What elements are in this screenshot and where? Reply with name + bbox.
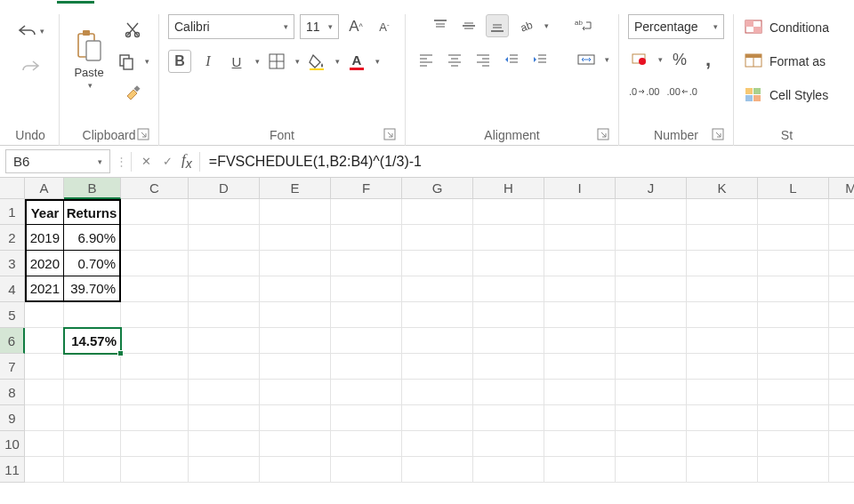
decrease-indent-button[interactable] — [500, 48, 523, 71]
cell-K8[interactable] — [687, 380, 758, 405]
cell-A4[interactable]: 2021 — [25, 276, 64, 302]
cell-E11[interactable] — [260, 457, 331, 483]
cell-I7[interactable] — [544, 354, 616, 380]
cell-J11[interactable] — [616, 457, 687, 483]
cell-H6[interactable] — [473, 328, 544, 354]
cell-M5[interactable] — [829, 302, 854, 328]
cell-A6[interactable] — [25, 328, 64, 354]
cell-J7[interactable] — [616, 354, 687, 380]
row-header-8[interactable]: 8 — [0, 380, 25, 405]
cell-B3[interactable]: 0.70% — [64, 251, 121, 276]
tab-insert[interactable]: Insert — [114, 0, 149, 4]
font-color-button[interactable]: A — [345, 50, 368, 73]
cell-D3[interactable] — [189, 251, 260, 276]
cell-M9[interactable] — [829, 405, 854, 431]
cell-L9[interactable] — [758, 405, 829, 431]
cell-C11[interactable] — [121, 457, 189, 483]
row-header-4[interactable]: 4 — [0, 276, 25, 302]
cell-E7[interactable] — [260, 354, 331, 380]
cell-C5[interactable] — [121, 302, 189, 328]
col-header-A[interactable]: A — [25, 178, 64, 199]
cell-M1[interactable] — [829, 199, 854, 225]
orientation-button[interactable]: ab — [514, 14, 537, 37]
cell-M2[interactable] — [829, 225, 854, 251]
cell-D4[interactable] — [189, 276, 260, 302]
cell-G11[interactable] — [402, 457, 473, 483]
cell-A2[interactable]: 2019 — [25, 225, 64, 251]
tab-review[interactable]: Review — [398, 0, 444, 4]
cell-H8[interactable] — [473, 380, 544, 405]
cell-D8[interactable] — [189, 380, 260, 405]
cell-K6[interactable] — [687, 328, 758, 354]
cell-L10[interactable] — [758, 431, 829, 457]
tab-help[interactable]: Help — [514, 0, 544, 4]
cell-H2[interactable] — [473, 225, 544, 251]
borders-button[interactable] — [265, 50, 288, 73]
align-top-button[interactable] — [429, 14, 452, 37]
enter-formula-button[interactable]: ✓ — [157, 151, 178, 172]
fill-color-button[interactable] — [305, 50, 328, 73]
cell-C2[interactable] — [121, 225, 189, 251]
row-header-5[interactable]: 5 — [0, 302, 25, 328]
cell-E5[interactable] — [260, 302, 331, 328]
cell-L4[interactable] — [758, 276, 829, 302]
cell-L6[interactable] — [758, 328, 829, 354]
cell-D11[interactable] — [189, 457, 260, 483]
cell-A1[interactable]: Year — [25, 199, 64, 225]
cell-F11[interactable] — [331, 457, 402, 483]
accounting-format-button[interactable] — [628, 48, 651, 71]
cell-B6[interactable]: 14.57% — [64, 328, 121, 354]
cell-I9[interactable] — [544, 405, 616, 431]
cell-D10[interactable] — [189, 431, 260, 457]
cell-L2[interactable] — [758, 225, 829, 251]
row-header-11[interactable]: 11 — [0, 457, 25, 483]
cell-I6[interactable] — [544, 328, 616, 354]
spreadsheet-grid[interactable]: ABCDEFGHIJKLM 1234567891011 YearReturns2… — [0, 178, 854, 504]
cell-H4[interactable] — [473, 276, 544, 302]
merge-center-button[interactable] — [575, 48, 598, 71]
fx-icon[interactable]: fx — [181, 151, 192, 171]
cell-H9[interactable] — [473, 405, 544, 431]
cell-I10[interactable] — [544, 431, 616, 457]
cell-F4[interactable] — [331, 276, 402, 302]
col-header-L[interactable]: L — [758, 178, 829, 199]
dialog-launcher-icon[interactable] — [383, 128, 396, 140]
dialog-launcher-icon[interactable] — [137, 128, 149, 140]
cell-H10[interactable] — [473, 431, 544, 457]
cell-I4[interactable] — [544, 276, 616, 302]
cell-B2[interactable]: 6.90% — [64, 225, 121, 251]
cell-B11[interactable] — [64, 457, 121, 483]
comma-style-button[interactable]: , — [697, 48, 720, 71]
cell-B7[interactable] — [64, 354, 121, 380]
cell-B10[interactable] — [64, 431, 121, 457]
col-header-K[interactable]: K — [687, 178, 758, 199]
cell-D1[interactable] — [189, 199, 260, 225]
row-header-9[interactable]: 9 — [0, 405, 25, 431]
align-left-button[interactable] — [415, 48, 438, 71]
decrease-decimal-button[interactable]: .00.0 — [665, 80, 697, 103]
cell-A9[interactable] — [25, 405, 64, 431]
cell-B4[interactable]: 39.70% — [64, 276, 121, 302]
col-header-M[interactable]: M — [829, 178, 854, 199]
italic-button[interactable]: I — [197, 50, 220, 73]
cell-F7[interactable] — [331, 354, 402, 380]
cell-G7[interactable] — [402, 354, 473, 380]
cell-H1[interactable] — [473, 199, 544, 225]
cell-J2[interactable] — [616, 225, 687, 251]
decrease-font-button[interactable]: Aˇ — [373, 15, 396, 38]
cell-F6[interactable] — [331, 328, 402, 354]
fill-handle[interactable] — [117, 350, 124, 356]
cell-A8[interactable] — [25, 380, 64, 405]
cell-E1[interactable] — [260, 199, 331, 225]
cell-F9[interactable] — [331, 405, 402, 431]
col-header-G[interactable]: G — [402, 178, 473, 199]
cell-K4[interactable] — [687, 276, 758, 302]
cell-J5[interactable] — [616, 302, 687, 328]
cell-F5[interactable] — [331, 302, 402, 328]
cell-M10[interactable] — [829, 431, 854, 457]
cell-K7[interactable] — [687, 354, 758, 380]
cell-I5[interactable] — [544, 302, 616, 328]
cell-B9[interactable] — [64, 405, 121, 431]
cell-E6[interactable] — [260, 328, 331, 354]
col-header-H[interactable]: H — [473, 178, 544, 199]
